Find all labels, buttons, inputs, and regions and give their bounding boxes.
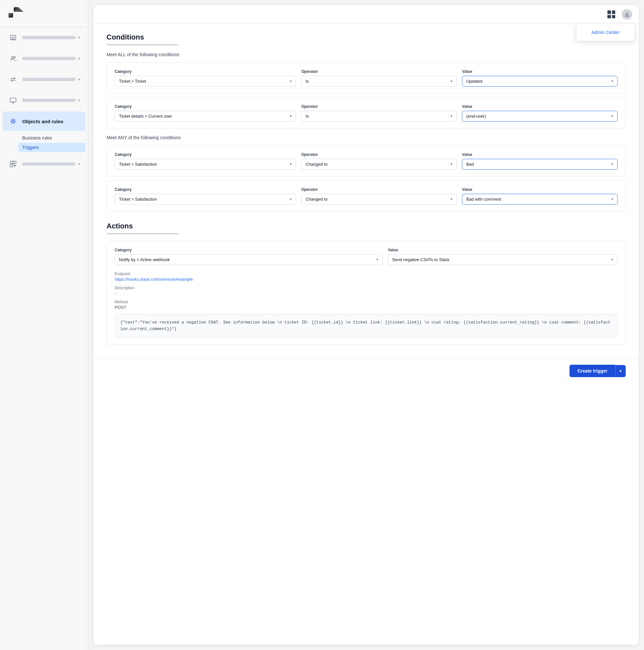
operator-label-2: Operator: [301, 104, 457, 109]
sidebar-item-objects-rules[interactable]: Objects and rules: [3, 111, 85, 131]
category-field-3: Category Ticket > Satisfaction ▾: [115, 152, 296, 170]
value-select-2[interactable]: (end-user) ▾: [462, 111, 617, 121]
meet-all-label: Meet ALL of the following conditions: [107, 52, 626, 57]
operator-label-3: Operator: [301, 152, 457, 157]
operator-field-3: Operator Changed to ▾: [301, 152, 457, 170]
svg-point-16: [626, 13, 628, 15]
chevron-down-icon: ▾: [611, 114, 613, 118]
user-avatar[interactable]: [622, 9, 632, 20]
buildings-icon: [8, 32, 18, 43]
category-select-2[interactable]: Ticket details > Current user ▾: [115, 111, 296, 121]
conditions-section: Conditions Meet ALL of the following con…: [107, 33, 626, 211]
action-value-field: Value Send negative CSATs to Slack ▾: [388, 248, 617, 265]
chevron-down-icon: ▾: [451, 79, 453, 83]
sidebar-item-triggers[interactable]: Triggers: [18, 143, 85, 152]
chevron-down-icon: ▾: [376, 257, 378, 262]
top-bar: Admin Center: [93, 5, 639, 24]
chevron-down-icon: ▾: [451, 114, 453, 118]
value-select-1[interactable]: Updated ▾: [462, 76, 617, 86]
svg-rect-11: [10, 98, 16, 102]
grid-dot: [612, 10, 615, 14]
value-label-3: Value: [462, 152, 617, 157]
operator-field-1: Operator Is ▾: [301, 69, 457, 86]
conditions-title: Conditions: [107, 33, 626, 41]
create-trigger-dropdown-button[interactable]: ▾: [615, 365, 626, 377]
sidebar-item-buildings[interactable]: ▾: [3, 28, 85, 47]
action-value-label: Value: [388, 248, 617, 252]
value-select-4[interactable]: Bad with comment ▾: [462, 194, 617, 205]
grid-apps-button[interactable]: [606, 9, 616, 20]
sidebar-item-screen[interactable]: ▾: [3, 91, 85, 110]
condition-row-3: Category Ticket > Satisfaction ▾ Operato…: [115, 152, 617, 170]
admin-center-link[interactable]: Admin Center: [576, 27, 635, 38]
svg-point-12: [12, 120, 14, 122]
chevron-down-icon: ▾: [611, 162, 613, 166]
operator-select-4[interactable]: Changed to ▾: [301, 194, 457, 205]
apps-icon: [8, 159, 18, 169]
create-trigger-button[interactable]: Create trigger: [569, 365, 615, 377]
sidebar-item-apps[interactable]: ▾: [3, 154, 85, 174]
svg-rect-14: [13, 161, 16, 164]
nav-label-bar: [22, 57, 75, 60]
svg-rect-5: [12, 37, 13, 38]
category-field-1: Category Ticket > Ticket ▾: [115, 69, 296, 86]
sidebar-item-people[interactable]: ▾: [3, 49, 85, 68]
category-field-4: Category Ticket > Satisfaction ▾: [115, 187, 296, 205]
chevron-down-icon: ▾: [611, 79, 613, 83]
chevron-down-icon: ▾: [451, 197, 453, 201]
screen-icon: [8, 95, 18, 106]
category-label-1: Category: [115, 69, 296, 74]
svg-rect-7: [12, 39, 13, 40]
category-select-1[interactable]: Ticket > Ticket ▾: [115, 76, 296, 86]
category-select-3[interactable]: Ticket > Satisfaction ▾: [115, 159, 296, 170]
chevron-down-icon: ▾: [290, 114, 292, 118]
sidebar-item-business-rules[interactable]: Business rules: [18, 133, 85, 143]
operator-select-1[interactable]: Is ▾: [301, 76, 457, 86]
svg-rect-4: [10, 35, 16, 40]
svg-point-10: [14, 57, 16, 58]
condition-row-2: Category Ticket details > Current user ▾…: [115, 104, 617, 121]
value-label-4: Value: [462, 187, 617, 192]
operator-field-2: Operator Is ▾: [301, 104, 457, 121]
main-content: Admin Center Conditions Meet ALL of the …: [93, 5, 639, 645]
condition-row-4: Category Ticket > Satisfaction ▾ Operato…: [115, 187, 617, 205]
operator-field-4: Operator Changed to ▾: [301, 187, 457, 205]
svg-rect-15: [10, 165, 13, 167]
value-field-4: Value Bad with comment ▾: [462, 187, 617, 205]
condition-card-2: Category Ticket details > Current user ▾…: [107, 97, 626, 129]
operator-select-3[interactable]: Changed to ▾: [301, 159, 457, 170]
category-field-2: Category Ticket details > Current user ▾: [115, 104, 296, 121]
admin-center-dropdown: Admin Center: [576, 24, 635, 41]
action-category-label: Category: [115, 248, 383, 252]
operator-select-2[interactable]: Is ▾: [301, 111, 457, 121]
top-bar-icons: [606, 9, 632, 20]
nav-label-bar: [22, 78, 75, 81]
sidebar-item-transfers[interactable]: ▾: [3, 70, 85, 89]
method-label: Method: [115, 300, 617, 304]
action-category-select[interactable]: Notify by > Active webhook ▾: [115, 254, 383, 265]
sidebar-objects-rules-label: Objects and rules: [22, 119, 63, 124]
description-label: Description: [115, 286, 617, 290]
logo-area: [0, 0, 88, 27]
action-main-row: Category Notify by > Active webhook ▾ Va…: [115, 248, 617, 265]
method-row: Method POST: [115, 300, 617, 310]
chevron-down-icon: ▾: [451, 162, 453, 166]
endpoint-label: Endpoint: [115, 272, 617, 276]
chevron-down-icon: ▾: [290, 79, 292, 83]
value-label-1: Value: [462, 69, 617, 74]
description-row: Description -: [115, 286, 617, 296]
grid-dot: [607, 10, 611, 14]
svg-rect-6: [13, 37, 14, 38]
operator-label-4: Operator: [301, 187, 457, 192]
conditions-divider: [107, 44, 178, 45]
svg-rect-8: [13, 39, 14, 40]
nav-label-bar: [22, 99, 75, 102]
nav-label-bar: [22, 36, 75, 39]
action-value-select[interactable]: Send negative CSATs to Slack ▾: [388, 254, 617, 265]
category-label-4: Category: [115, 187, 296, 192]
actions-section: Actions Category Notify by > Active webh…: [107, 222, 626, 345]
grid-dot: [607, 15, 611, 19]
category-label-2: Category: [115, 104, 296, 109]
category-select-4[interactable]: Ticket > Satisfaction ▾: [115, 194, 296, 205]
value-select-3[interactable]: Bad ▾: [462, 159, 617, 170]
